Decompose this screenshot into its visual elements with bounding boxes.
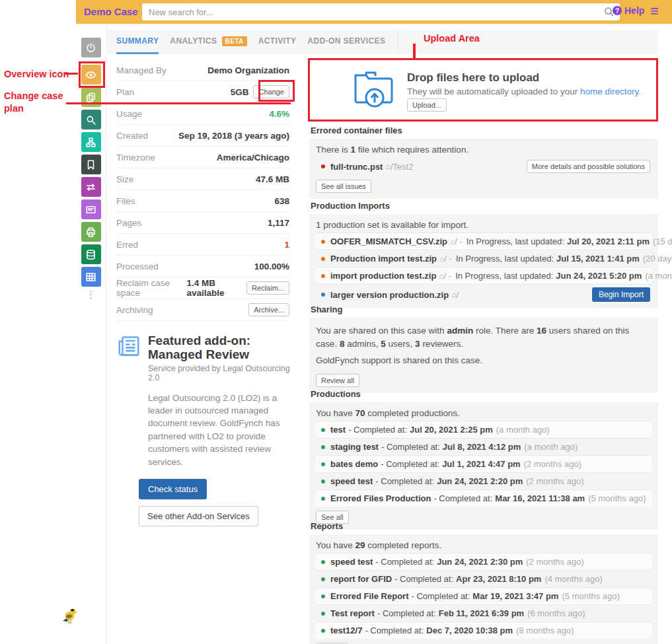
- summary-row: Pages 1,117: [116, 212, 289, 234]
- search-case-icon[interactable]: [81, 110, 101, 129]
- tab-analytics[interactable]: ANALYTICS BETA: [170, 30, 246, 54]
- status-dot: [321, 445, 325, 449]
- question-circle-icon: ?: [613, 6, 622, 15]
- status-dot: [321, 462, 325, 466]
- errored-files-section: Errored container files There is 1 file …: [309, 125, 658, 199]
- help-label: Help: [624, 5, 644, 16]
- help-button[interactable]: ? Help: [613, 5, 644, 16]
- home-directory-link[interactable]: home directory: [580, 87, 638, 96]
- top-bar: Demo Case ? Help ≡: [76, 0, 672, 24]
- print-icon[interactable]: [81, 222, 101, 242]
- review-all-button[interactable]: Review all: [316, 374, 359, 387]
- see-all-issues-button[interactable]: See all issues: [316, 180, 371, 193]
- table-icon[interactable]: [81, 267, 101, 287]
- summary-row: Size 47.6 MB: [116, 168, 289, 190]
- report-row: Errored File Report - Completed at: Mar …: [316, 587, 652, 604]
- eye-icon[interactable]: [81, 65, 101, 85]
- productions-intro: You have 70 completed productions.: [316, 406, 652, 421]
- import-row: Production import test.zip ⌂ / - In Prog…: [316, 250, 652, 267]
- power-icon[interactable]: [81, 38, 101, 57]
- production-row: test - Completed at: Jul 20, 2021 2:25 p…: [316, 421, 652, 438]
- summary-row: Managed By Demo Organization: [116, 59, 289, 81]
- tab-summary[interactable]: SUMMARY: [116, 30, 159, 54]
- archive-button[interactable]: Archive...: [248, 303, 289, 316]
- status-dot: [321, 274, 325, 278]
- section-heading: Errored container files: [311, 125, 658, 135]
- status-dot: [321, 612, 325, 616]
- report-row: Test report - Completed at: Feb 11, 2021…: [316, 604, 652, 622]
- production-row: Errored Files Production - Completed at:…: [316, 489, 652, 507]
- check-status-button[interactable]: Check status: [139, 479, 207, 499]
- errored-intro: There is 1 file which requires attention…: [316, 143, 652, 157]
- folder-upload-icon: [352, 66, 398, 110]
- case-sidebar: ⋮: [76, 24, 106, 644]
- beta-badge: BETA: [222, 36, 247, 46]
- case-summary-table: Managed By Demo Organization Plan 5GB Ch…: [116, 59, 289, 321]
- production-row: staging test - Completed at: Jul 8, 2021…: [316, 438, 652, 455]
- more-options-icon[interactable]: ⋮: [76, 292, 106, 297]
- summary-row: Reclaim case space 1.4 MB available Recl…: [116, 277, 289, 299]
- change-plan-button[interactable]: Change: [253, 85, 289, 98]
- upload-button[interactable]: Upload...: [407, 98, 447, 112]
- summary-row: Usage 4.6%: [116, 103, 289, 125]
- summary-row: Timezone America/Chicago: [116, 147, 289, 168]
- home-icon: ⌂: [450, 237, 455, 246]
- sitemap-icon[interactable]: [81, 132, 101, 152]
- featured-subtitle: Service provided by Legal Outsourcing 2.…: [148, 364, 292, 382]
- status-dot: [321, 428, 325, 432]
- more-details-button[interactable]: More details and possible solutions: [527, 160, 650, 173]
- begin-import-button[interactable]: Begin Import: [592, 287, 650, 302]
- imports-intro: 1 production set is available for import…: [316, 218, 652, 233]
- production-row: speed test - Completed at: Jun 24, 2021 …: [316, 472, 652, 489]
- search-box[interactable]: [142, 3, 620, 20]
- reclaim-button[interactable]: Reclaim...: [246, 281, 289, 295]
- goldfynch-bird-logo: [61, 607, 78, 627]
- status-dot: [321, 560, 325, 564]
- home-icon: ⌂: [451, 290, 456, 299]
- sharing-summary: You are shared on this case with admin r…: [316, 324, 652, 351]
- section-heading: Productions: [311, 389, 658, 399]
- upload-dropzone[interactable]: Drop files here to upload They will be a…: [309, 59, 658, 121]
- status-dot: [321, 497, 325, 501]
- reports-section: Reports You have 29 completed reports. s…: [309, 521, 658, 644]
- bookmark-icon[interactable]: [81, 155, 101, 174]
- production-row: bates demo - Completed at: Jul 1, 2021 4…: [316, 455, 652, 472]
- home-icon: ⌂: [385, 162, 390, 171]
- home-icon: ⌂: [439, 271, 443, 281]
- main-content: SUMMARY ANALYTICS BETA ACTIVITY ADD-ON S…: [106, 24, 672, 644]
- summary-row: Erred 1: [116, 234, 289, 256]
- featured-description: Legal Outsourcing 2.0 (LO2) is a leader …: [148, 392, 288, 469]
- database-icon[interactable]: [81, 244, 101, 264]
- status-dot: [321, 577, 325, 581]
- summary-row: Processed 100.00%: [116, 256, 289, 277]
- section-heading: Production Imports: [311, 201, 658, 211]
- summary-row: Created Sep 19, 2018 (3 years ago): [116, 125, 289, 147]
- annotation-overview-label: Overview icon: [4, 68, 69, 81]
- reports-intro: You have 29 completed reports.: [316, 538, 652, 553]
- summary-row: Plan 5GB Change: [116, 81, 289, 103]
- report-row: report for GFID - Completed at: Apr 23, …: [316, 570, 652, 587]
- report-row: speed test - Completed at: Jun 24, 2021 …: [316, 553, 652, 570]
- tab-addon-services[interactable]: ADD-ON SERVICES: [308, 30, 386, 54]
- production-imports-section: Production Imports 1 production set is a…: [309, 201, 658, 308]
- status-dot: [321, 240, 325, 244]
- menu-icon[interactable]: ≡: [650, 3, 659, 20]
- featured-title: Featured add-on: Managed Review: [148, 334, 292, 362]
- see-addon-services-button[interactable]: See other Add-on Services: [139, 506, 258, 526]
- copy-icon[interactable]: [81, 87, 101, 107]
- transfer-icon[interactable]: [81, 177, 101, 197]
- errored-file-row: full-trunc.pst ⌂ /Test2 More details and…: [316, 157, 652, 176]
- import-row: larger version production.zip ⌂ / Begin …: [316, 284, 652, 304]
- upload-title: Drop files here to upload: [407, 71, 539, 85]
- status-dot: [321, 293, 325, 297]
- tab-bar: SUMMARY ANALYTICS BETA ACTIVITY ADD-ON S…: [106, 30, 658, 54]
- status-dot: [321, 629, 325, 633]
- tab-activity[interactable]: ACTIVITY: [258, 30, 297, 54]
- review-cards-icon[interactable]: [81, 199, 101, 219]
- sharing-section: Sharing You are shared on this case with…: [309, 304, 658, 393]
- productions-section: Productions You have 70 completed produc…: [309, 389, 658, 530]
- search-input[interactable]: [147, 7, 604, 18]
- status-dot: [321, 257, 325, 261]
- tab-divider: [398, 30, 398, 54]
- annotation-change-plan-label: Change case plan: [4, 90, 67, 115]
